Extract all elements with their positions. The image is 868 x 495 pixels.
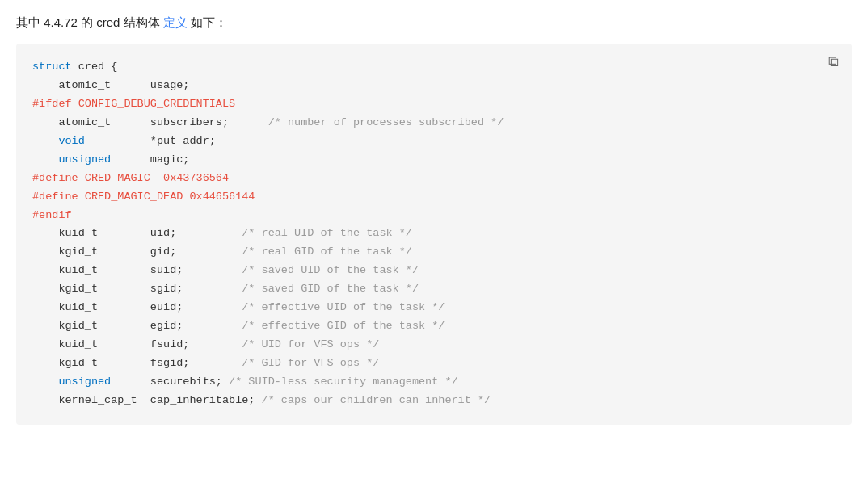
code-line-4: atomic_t subscribers; /* number of proce… xyxy=(32,114,836,132)
code-line-1: struct cred { xyxy=(32,58,836,77)
comment-17: /* GID for VFS ops */ xyxy=(242,357,379,369)
code-line-15: kgid_t egid; /* effective GID of the tas… xyxy=(32,317,836,336)
comment-10: /* real UID of the task */ xyxy=(242,227,412,239)
code-line-19: kernel_cap_t cap_inheritable; /* caps ou… xyxy=(32,392,836,410)
code-line-2: atomic_t usage; xyxy=(32,77,836,95)
comment-18: /* SUID-less security management */ xyxy=(229,375,458,388)
code-line-14: kuid_t euid; /* effective UID of the tas… xyxy=(32,299,836,317)
code-line-11: kgid_t gid; /* real GID of the task */ xyxy=(32,243,836,262)
definition-link[interactable]: 定义 xyxy=(163,15,188,29)
comment-14: /* effective UID of the task */ xyxy=(242,301,445,313)
code-line-8: #define CRED_MAGIC_DEAD 0x44656144 xyxy=(32,188,836,207)
intro-paragraph: 其中 4.4.72 的 cred 结构体 定义 如下： xyxy=(16,13,852,32)
code-line-13: kgid_t sgid; /* saved GID of the task */ xyxy=(32,280,836,299)
comment-11: /* real GID of the task */ xyxy=(242,245,412,258)
code-line-5: void *put_addr; xyxy=(32,132,836,151)
code-line-12: kuid_t suid; /* saved UID of the task */ xyxy=(32,262,836,280)
comment-15: /* effective GID of the task */ xyxy=(242,320,445,332)
page-wrapper: 其中 4.4.72 的 cred 结构体 定义 如下： ⧉ struct cre… xyxy=(16,13,852,425)
code-text: cred { xyxy=(78,61,118,73)
keyword-void: void xyxy=(58,135,84,147)
code-line-7: #define CRED_MAGIC 0x43736564 xyxy=(32,170,836,188)
code-line-17: kgid_t fsgid; /* GID for VFS ops */ xyxy=(32,354,836,373)
code-line-9: #endif xyxy=(32,207,836,225)
comment-16: /* UID for VFS ops */ xyxy=(242,338,379,350)
code-block: ⧉ struct cred { atomic_t usage; #ifdef C… xyxy=(16,44,852,425)
comment-13: /* saved GID of the task */ xyxy=(242,283,419,295)
keyword-unsigned-2: unsigned xyxy=(58,375,111,388)
copy-button[interactable]: ⧉ xyxy=(825,52,842,72)
keyword-struct: struct xyxy=(32,61,72,73)
code-line-16: kuid_t fsuid; /* UID for VFS ops */ xyxy=(32,336,836,354)
comment-4: /* number of processes subscribed */ xyxy=(268,116,504,128)
code-line-3: #ifdef CONFIG_DEBUG_CREDENTIALS xyxy=(32,95,836,114)
comment-19: /* caps our children can inherit */ xyxy=(262,394,491,406)
code-line-18: unsigned securebits; /* SUID-less securi… xyxy=(32,373,836,392)
comment-12: /* saved UID of the task */ xyxy=(242,264,419,276)
code-line-6: unsigned magic; xyxy=(32,151,836,170)
code-line-10: kuid_t uid; /* real UID of the task */ xyxy=(32,224,836,243)
keyword-unsigned-1: unsigned xyxy=(58,153,111,166)
